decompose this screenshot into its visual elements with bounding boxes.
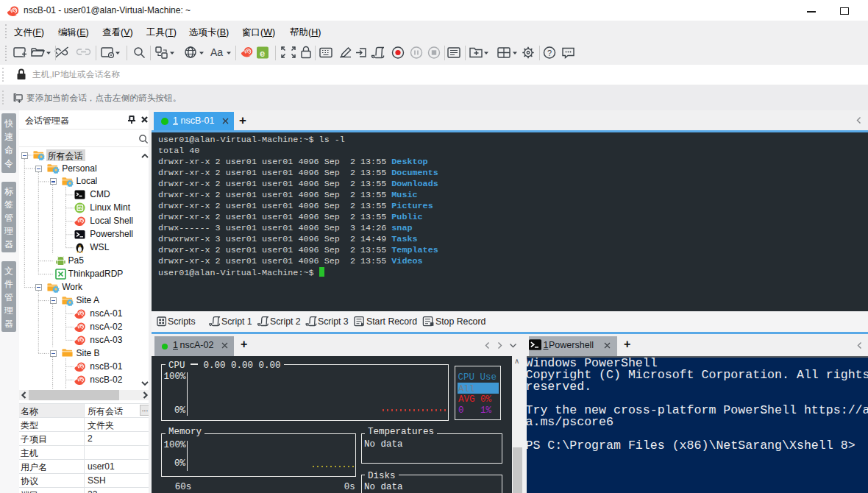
svg-text:Aa: Aa — [210, 46, 223, 58]
svg-text:e: e — [260, 48, 265, 59]
svg-text:?: ? — [547, 49, 552, 57]
